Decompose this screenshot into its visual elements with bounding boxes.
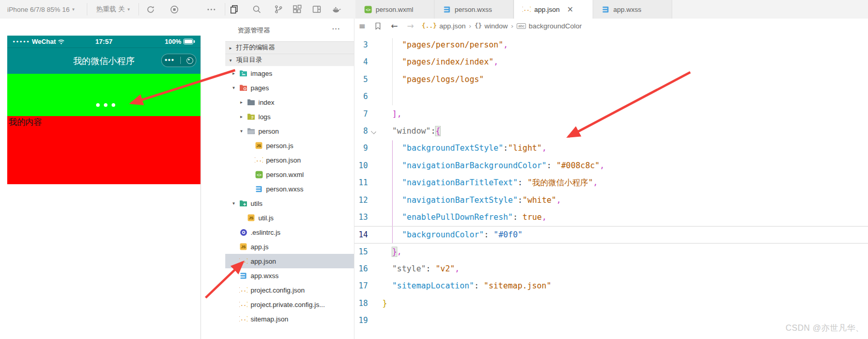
line-number: 15 bbox=[354, 244, 368, 261]
explorer-files-icon[interactable] bbox=[229, 5, 239, 14]
images-folder-icon bbox=[239, 69, 247, 77]
line-number: 6 bbox=[354, 88, 368, 105]
json-file-icon: {..} bbox=[239, 257, 247, 265]
braces-icon: {} bbox=[474, 22, 482, 29]
extensions-icon[interactable] bbox=[292, 5, 302, 14]
chevron-down-icon[interactable]: ▾ bbox=[240, 128, 247, 134]
svg-text:{..}: {..} bbox=[239, 316, 247, 321]
js-file-icon: JS bbox=[255, 141, 263, 150]
tab-app.json[interactable]: {..}app.json× bbox=[514, 0, 593, 19]
battery-icon bbox=[183, 39, 195, 44]
utils-folder-icon bbox=[239, 199, 247, 207]
tree-item-logs[interactable]: ▸logs bbox=[225, 109, 354, 124]
outline-icon[interactable]: ≡ bbox=[359, 21, 365, 31]
tree-item-sitemap.json[interactable]: {..}sitemap.json bbox=[225, 312, 354, 326]
hot-reload-toggle[interactable]: 热重载 关 ▾ bbox=[96, 0, 130, 19]
editor-code-area[interactable]: 3"pages/person/person",4"pages/index/ind… bbox=[354, 33, 868, 339]
chevron-right-icon[interactable]: ▸ bbox=[233, 71, 239, 76]
section-open-editors[interactable]: ▸ 打开的编辑器 bbox=[225, 41, 354, 54]
capsule-more-icon[interactable]: ●●● bbox=[164, 57, 174, 62]
refresh-button[interactable] bbox=[146, 5, 155, 14]
editor-layout-icon[interactable] bbox=[312, 5, 321, 14]
stop-button[interactable] bbox=[169, 5, 179, 14]
tree-item-images[interactable]: ▸images bbox=[225, 66, 354, 80]
tree-item-pages[interactable]: ▾pages bbox=[225, 80, 354, 95]
code-line-15: 15}, bbox=[354, 244, 868, 261]
tree-item-person.json[interactable]: {..}person.json bbox=[225, 153, 354, 167]
hot-reload-label: 热重载 关 bbox=[96, 5, 125, 14]
simulator-panel: ••••• WeChat 17:57 100% 我的微信小程序 ●●● bbox=[0, 19, 226, 339]
chevron-down-icon[interactable]: ▾ bbox=[233, 201, 239, 206]
page-content-area: 我的内容 bbox=[7, 116, 200, 184]
wxss-file-icon bbox=[601, 5, 610, 13]
explorer-more-icon[interactable]: ⋯ bbox=[332, 24, 340, 34]
source-control-icon[interactable] bbox=[274, 5, 283, 14]
tree-item-project.private.config.js...[interactable]: {..}project.private.config.js... bbox=[225, 297, 354, 312]
wxss-file-icon bbox=[443, 5, 451, 13]
tab-person.wxss[interactable]: person.wxss bbox=[435, 0, 514, 19]
simulator-screen[interactable]: ••••• WeChat 17:57 100% 我的微信小程序 ●●● bbox=[7, 36, 201, 339]
svg-text:{..}: {..} bbox=[239, 287, 247, 293]
line-number: 18 bbox=[354, 295, 368, 312]
svg-text:JS: JS bbox=[256, 143, 261, 148]
line-number: 10 bbox=[354, 157, 368, 174]
chevron-right-icon[interactable]: ▸ bbox=[240, 100, 247, 105]
abc-string-icon: abc bbox=[517, 23, 526, 29]
tree-item-person.js[interactable]: JSperson.js bbox=[225, 138, 354, 153]
pulldown-refresh-area bbox=[7, 74, 200, 116]
line-number: 17 bbox=[354, 278, 368, 295]
capsule-close-icon[interactable] bbox=[187, 57, 193, 64]
tree-item-app.js[interactable]: JSapp.js bbox=[225, 239, 354, 254]
forward-arrow-icon: → bbox=[407, 21, 414, 31]
tree-item-index[interactable]: ▸index bbox=[225, 95, 354, 109]
json-file-icon: {..} bbox=[255, 156, 263, 164]
chevron-down-icon[interactable]: ▾ bbox=[233, 85, 239, 90]
search-icon[interactable] bbox=[252, 5, 261, 14]
tab-app.wxss[interactable]: app.wxss bbox=[593, 0, 672, 19]
tree-item-.eslintrc.js[interactable]: .eslintrc.js bbox=[225, 225, 354, 239]
device-selector[interactable]: iPhone 6/7/8 85% 16 ▾ bbox=[7, 0, 74, 19]
tree-item-app.json[interactable]: {..}app.json bbox=[225, 254, 354, 268]
capsule-menu[interactable]: ●●● bbox=[161, 54, 196, 67]
close-tab-icon[interactable]: × bbox=[567, 5, 574, 14]
tab-person.wxml[interactable]: <>person.wxml bbox=[355, 0, 435, 19]
top-toolbar: iPhone 6/7/8 85% 16 ▾ 热重载 关 ▾ bbox=[0, 0, 868, 19]
more-button[interactable] bbox=[207, 5, 216, 14]
tree-item-person.wxml[interactable]: <>person.wxml bbox=[225, 167, 354, 182]
breadcrumb-file[interactable]: {..} app.json bbox=[422, 22, 466, 30]
tree-item-utils[interactable]: ▾utils bbox=[225, 196, 354, 211]
back-arrow-icon[interactable]: ← bbox=[391, 21, 397, 31]
capsule-divider bbox=[180, 57, 181, 64]
pages-folder-icon bbox=[239, 84, 247, 92]
line-number: 3 bbox=[354, 37, 368, 54]
fold-chevron-icon[interactable] bbox=[371, 129, 376, 134]
breadcrumb-property[interactable]: abc backgroundColor bbox=[517, 22, 582, 30]
line-number: 8 bbox=[354, 123, 368, 140]
section-label: 项目目录 bbox=[236, 56, 262, 64]
wxml-file-icon: <> bbox=[255, 170, 263, 179]
code-line-11: 11"navigationBarTitleText": "我的微信小程序", bbox=[354, 174, 868, 191]
breadcrumb-symbol[interactable]: {} window bbox=[474, 22, 507, 30]
logs-folder-icon bbox=[247, 112, 255, 121]
tree-item-project.config.json[interactable]: {..}project.config.json bbox=[225, 283, 354, 297]
content-text: 我的内容 bbox=[9, 117, 42, 128]
json-file-icon: {..} bbox=[239, 300, 247, 309]
bookmark-icon[interactable] bbox=[375, 22, 381, 30]
tree-item-app.wxss[interactable]: app.wxss bbox=[225, 268, 354, 283]
watermark: CSDN @亦世凡华、 bbox=[785, 323, 864, 334]
code-line-6: 6 bbox=[354, 88, 868, 105]
explorer-title: 资源管理器 bbox=[238, 26, 270, 35]
explorer-panel: 资源管理器 ⋯ ▸ 打开的编辑器 ▾ 项目目录 ▸images▾pages▸in… bbox=[225, 19, 354, 339]
tree-item-util.js[interactable]: JSutil.js bbox=[225, 211, 354, 225]
line-number: 14 bbox=[354, 227, 368, 244]
chevron-down-icon: ▾ bbox=[72, 7, 75, 12]
wechat-devtools-window: iPhone 6/7/8 85% 16 ▾ 热重载 关 ▾ bbox=[0, 0, 868, 339]
wxml-file-icon: <> bbox=[364, 5, 372, 13]
wxss-file-icon bbox=[255, 185, 263, 193]
docker-icon[interactable] bbox=[332, 5, 341, 14]
chevron-right-icon[interactable]: ▸ bbox=[240, 114, 247, 119]
code-line-3: 3"pages/person/person", bbox=[354, 37, 868, 54]
tree-item-person.wxss[interactable]: person.wxss bbox=[225, 182, 354, 196]
tree-item-person[interactable]: ▾person bbox=[225, 124, 354, 138]
section-project-directory[interactable]: ▾ 项目目录 bbox=[225, 54, 354, 66]
